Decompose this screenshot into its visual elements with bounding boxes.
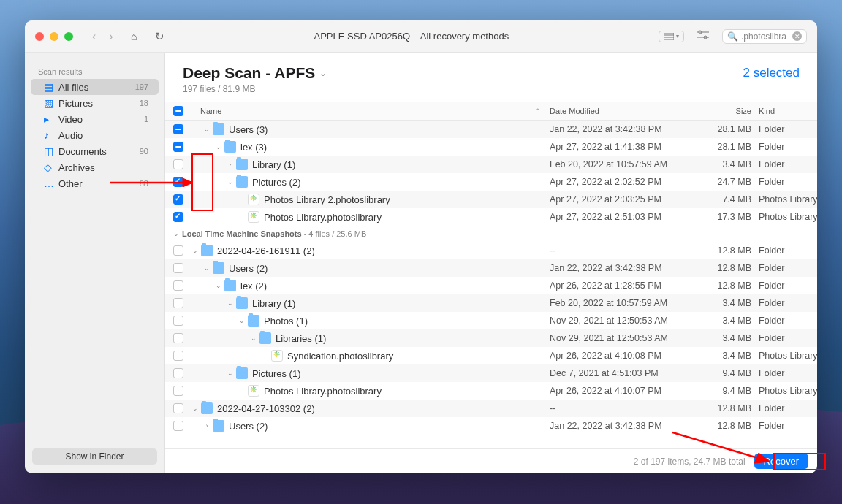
disclosure-open-icon[interactable]: ⌄: [203, 126, 210, 133]
table-row[interactable]: ⌄Users (3)Jan 22, 2022 at 3:42:38 PM28.1…: [165, 121, 817, 138]
home-icon[interactable]: ⌂: [131, 30, 137, 42]
photos-icon: [248, 194, 259, 205]
row-checkbox[interactable]: [173, 368, 183, 378]
minimize-window-button[interactable]: [50, 32, 58, 41]
row-checkbox[interactable]: [173, 159, 183, 169]
settings-icon[interactable]: [697, 30, 709, 43]
file-date: Nov 29, 2021 at 12:50:53 AM: [550, 333, 697, 343]
disclosure-open-icon[interactable]: ⌄: [172, 230, 180, 237]
row-checkbox[interactable]: [173, 421, 183, 431]
select-all-checkbox[interactable]: [173, 106, 183, 116]
row-checkbox[interactable]: [173, 177, 183, 187]
table-row[interactable]: ›Library (1)Feb 20, 2022 at 10:57:59 AM3…: [165, 156, 817, 173]
row-checkbox[interactable]: [173, 263, 183, 273]
nav-forward-button[interactable]: ›: [109, 30, 113, 43]
clear-search-button[interactable]: ✕: [792, 31, 802, 41]
disclosure-open-icon[interactable]: ⌄: [215, 143, 222, 150]
table-row[interactable]: ›Users (2)Jan 22, 2022 at 3:42:38 PM12.8…: [165, 417, 817, 435]
table-row[interactable]: ⌄Pictures (1)Dec 7, 2021 at 4:51:03 PM9.…: [165, 364, 817, 382]
sidebar-icon: ◫: [44, 145, 58, 157]
disclosure-open-icon[interactable]: ⌄: [227, 299, 234, 307]
table-row[interactable]: ⌄2022-04-26-161911 (2)--12.8 MBFolder: [165, 242, 817, 259]
table-row[interactable]: ⌄Photos (1)Nov 29, 2021 at 12:50:53 AM3.…: [165, 312, 817, 329]
disclosure-open-icon[interactable]: ⌄: [215, 282, 222, 289]
sidebar-item-other[interactable]: …Other88: [31, 175, 159, 191]
file-date: --: [550, 403, 697, 413]
disclosure-open-icon[interactable]: ⌄: [203, 264, 210, 272]
table-row[interactable]: ⌄Users (2)Jan 22, 2022 at 3:42:38 PM12.8…: [165, 259, 817, 277]
view-mode-button[interactable]: ▾: [659, 31, 684, 42]
file-size: 7.4 MB: [697, 194, 754, 205]
table-row[interactable]: ⌄Pictures (2)Apr 27, 2022 at 2:02:52 PM2…: [165, 173, 817, 191]
file-list[interactable]: ⌄Users (3)Jan 22, 2022 at 3:42:38 PM28.1…: [165, 121, 817, 448]
file-date: Apr 27, 2022 at 1:41:38 PM: [550, 142, 697, 152]
recover-button[interactable]: Recover: [754, 454, 808, 469]
file-kind: Folder: [754, 421, 817, 431]
nav-back-button[interactable]: ‹: [92, 30, 96, 43]
search-icon: 🔍: [727, 31, 738, 42]
col-kind[interactable]: Kind: [754, 107, 817, 115]
sort-asc-icon: ⌃: [535, 107, 541, 115]
search-input[interactable]: 🔍 .photoslibra ✕: [722, 29, 807, 44]
table-row[interactable]: ⌄2022-04-27-103302 (2)--12.8 MBFolder: [165, 400, 817, 417]
file-date: Dec 7, 2021 at 4:51:03 PM: [550, 368, 697, 378]
table-row[interactable]: Photos Library.photoslibraryApr 27, 2022…: [165, 208, 817, 226]
table-row[interactable]: Photos Library.photoslibraryApr 26, 2022…: [165, 382, 817, 400]
row-checkbox[interactable]: [173, 212, 183, 222]
row-checkbox[interactable]: [173, 351, 183, 361]
close-window-button[interactable]: [35, 32, 44, 41]
sidebar-item-archives[interactable]: ◇Archives: [31, 159, 159, 175]
row-checkbox[interactable]: [173, 245, 183, 256]
row-checkbox[interactable]: [173, 403, 183, 413]
table-row[interactable]: Syndication.photoslibraryApr 26, 2022 at…: [165, 347, 817, 364]
sidebar-item-audio[interactable]: ♪Audio: [31, 127, 159, 143]
sidebar-item-video[interactable]: ▸Video1: [31, 111, 159, 127]
folder-icon: [236, 297, 248, 309]
sidebar-item-documents[interactable]: ◫Documents90: [31, 143, 159, 159]
col-name[interactable]: Name ⌃: [191, 107, 550, 115]
show-in-finder-button[interactable]: Show in Finder: [32, 448, 157, 465]
disclosure-open-icon[interactable]: ⌄: [238, 317, 246, 324]
disclosure-open-icon[interactable]: ⌄: [191, 405, 199, 412]
row-checkbox[interactable]: [173, 194, 183, 205]
table-row[interactable]: ⌄Library (1)Feb 20, 2022 at 10:57:59 AM3…: [165, 294, 817, 312]
sidebar-item-all-files[interactable]: ▤All files197: [31, 79, 159, 95]
recent-icon[interactable]: ↻: [155, 30, 164, 43]
file-name: Photos (1): [264, 316, 308, 327]
row-checkbox[interactable]: [173, 280, 183, 291]
file-kind: Folder: [754, 316, 817, 326]
file-name: Syndication.photoslibrary: [287, 351, 393, 362]
col-size[interactable]: Size: [697, 107, 754, 115]
col-date[interactable]: Date Modified: [550, 107, 697, 115]
file-kind: Folder: [754, 263, 817, 273]
disclosure-open-icon[interactable]: ⌄: [250, 335, 257, 342]
selected-count[interactable]: 2 selected: [743, 66, 800, 80]
section-header-snapshots[interactable]: ⌄Local Time Machine Snapshots- 4 files /…: [165, 226, 817, 242]
title-dropdown-icon[interactable]: ⌄: [319, 68, 327, 78]
disclosure-closed-icon[interactable]: ›: [227, 161, 234, 168]
table-row[interactable]: ⌄lex (2)Apr 26, 2022 at 1:28:55 PM12.8 M…: [165, 277, 817, 294]
row-checkbox[interactable]: [173, 386, 183, 396]
row-checkbox[interactable]: [173, 142, 183, 152]
file-size: 24.7 MB: [697, 177, 754, 187]
table-row[interactable]: ⌄lex (3)Apr 27, 2022 at 1:41:38 PM28.1 M…: [165, 138, 817, 156]
folder-icon: [259, 332, 271, 344]
sidebar-item-pictures[interactable]: ▨Pictures18: [31, 95, 159, 111]
table-row[interactable]: ⌄Libraries (1)Nov 29, 2021 at 12:50:53 A…: [165, 329, 817, 347]
row-checkbox[interactable]: [173, 333, 183, 343]
disclosure-open-icon[interactable]: ⌄: [227, 178, 234, 186]
zoom-window-button[interactable]: [64, 32, 73, 41]
disclosure-open-icon[interactable]: ⌄: [191, 247, 199, 254]
disclosure-closed-icon[interactable]: ›: [203, 422, 210, 429]
folder-icon: [201, 245, 213, 256]
disclosure-open-icon[interactable]: ⌄: [227, 370, 234, 377]
row-checkbox[interactable]: [173, 316, 183, 326]
file-kind: Photos Library: [754, 212, 817, 222]
table-row[interactable]: Photos Library 2.photoslibraryApr 27, 20…: [165, 191, 817, 208]
file-size: 28.1 MB: [697, 124, 754, 134]
row-checkbox[interactable]: [173, 124, 183, 134]
row-checkbox[interactable]: [173, 298, 183, 308]
file-name: Pictures (1): [252, 368, 300, 379]
sidebar-icon: …: [44, 177, 58, 189]
file-size: 9.4 MB: [697, 368, 754, 378]
